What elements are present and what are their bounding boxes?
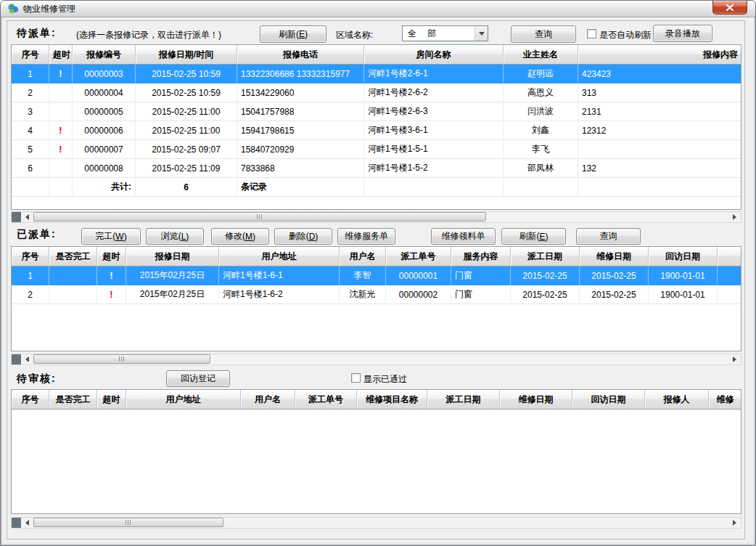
column-header: 派工单号 <box>386 247 451 266</box>
scrollbar-track[interactable] <box>33 212 728 222</box>
cell <box>49 285 97 304</box>
cell: 1900-01-01 <box>649 266 718 285</box>
cell <box>504 178 578 197</box>
cell: ! <box>97 266 126 285</box>
cell: 河畔1号楼2-6-1 <box>364 65 504 83</box>
cell: 2015-02-25 09:07 <box>136 140 237 159</box>
cell: 1 <box>12 266 49 285</box>
cell: 00000001 <box>386 266 451 285</box>
cell: 共计: <box>73 178 136 197</box>
table-row[interactable]: 3000000052015-02-25 11:0015041757988河畔1号… <box>12 102 741 121</box>
cell: 河畔1号楼1-5-1 <box>364 140 504 159</box>
cell: 00000004 <box>73 83 136 102</box>
scrollbar-thumb[interactable] <box>33 212 486 221</box>
column-header: 维修项目名称 <box>357 390 427 410</box>
app-window: 物业维修管理 待派单: (选择一条报修记录，双击进行派单！) 刷新(E) 区域名… <box>0 0 756 546</box>
scroll-right-button[interactable] <box>728 518 741 528</box>
cell: 3 <box>12 102 49 121</box>
cell: 2015年02月25日 <box>126 266 219 285</box>
cell: 313 <box>578 83 741 102</box>
region-select[interactable]: 全 部 <box>402 25 488 41</box>
scrollbar-track[interactable] <box>33 354 728 364</box>
column-header: 超时 <box>97 247 126 266</box>
review-h-scrollbar <box>11 517 741 529</box>
column-header: 房间名称 <box>364 45 504 65</box>
cell: 1 <box>12 65 49 83</box>
cell: 河畔1号楼1-5-2 <box>364 159 504 178</box>
finish-button[interactable]: 完工(W) <box>81 228 141 245</box>
cell <box>12 178 49 197</box>
column-header: 用户名 <box>241 390 295 410</box>
table-row[interactable]: 1!000000032015-02-25 10:5913322306686 13… <box>12 65 741 83</box>
cell: 6 <box>136 178 237 197</box>
scroll-left-button[interactable] <box>21 518 33 528</box>
table-row[interactable]: 6000000082015-02-25 11:097833868河畔1号楼1-5… <box>12 159 741 178</box>
column-header: 报修编号 <box>73 45 136 65</box>
chevron-down-icon[interactable] <box>474 26 488 41</box>
scroll-left-button[interactable] <box>21 354 33 364</box>
cell: 2015-02-25 10:59 <box>136 65 237 83</box>
query-button[interactable]: 查询 <box>511 25 576 43</box>
scrollbar-corner <box>12 518 21 528</box>
scroll-right-button[interactable] <box>728 354 741 364</box>
cell: ! <box>49 65 73 83</box>
scrollbar-thumb[interactable] <box>33 354 210 364</box>
close-button[interactable] <box>712 1 747 15</box>
refresh-button[interactable]: 刷新(E) <box>260 25 326 43</box>
auto-refresh-checkbox[interactable] <box>587 29 596 38</box>
cell: 2015-02-25 10:59 <box>136 83 237 102</box>
modify-button[interactable]: 修改(M) <box>211 228 269 245</box>
cell: ! <box>97 285 126 304</box>
dispatched-section-label: 已派单: <box>17 228 57 241</box>
visit-register-button[interactable]: 回访登记 <box>166 370 230 387</box>
cell <box>578 140 741 159</box>
column-header: 服务内容 <box>451 247 511 266</box>
column-header: 序号 <box>12 247 49 266</box>
table-row[interactable]: 4!000000062015-02-25 11:0015941798615河畔1… <box>12 121 741 140</box>
close-icon <box>726 4 734 11</box>
cell: 赵明远 <box>504 65 578 83</box>
region-label: 区域名称: <box>336 29 373 41</box>
column-header: 报修日期 <box>126 247 219 266</box>
column-header: 用户名 <box>340 247 386 266</box>
table-row[interactable]: 2000000042015-02-25 10:5915134229060河畔1号… <box>12 83 741 102</box>
cell: 闫洪波 <box>504 102 578 121</box>
column-header: 用户地址 <box>126 390 241 410</box>
scroll-left-button[interactable] <box>21 212 33 222</box>
query-button[interactable]: 查询 <box>576 228 641 245</box>
scrollbar-track[interactable] <box>33 518 728 528</box>
column-header: 业主姓名 <box>504 45 578 65</box>
titlebar[interactable]: 物业维修管理 <box>1 1 755 17</box>
cell: 00000003 <box>73 65 136 83</box>
delete-button[interactable]: 删除(D) <box>274 228 332 245</box>
show-passed-label: 显示已通过 <box>363 373 407 386</box>
refresh-button[interactable]: 刷新(E) <box>501 228 566 245</box>
cell: 2 <box>12 285 49 304</box>
scroll-right-button[interactable] <box>728 212 741 222</box>
cell: 15041757988 <box>237 102 364 121</box>
browse-button[interactable]: 浏览(L) <box>146 228 204 245</box>
cell: 河畔1号楼1-6-1 <box>219 266 340 285</box>
table-row[interactable]: 2!2015年02月25日河畔1号楼1-6-2沈新光00000002门窗2015… <box>12 285 741 304</box>
column-header: 序号 <box>12 45 49 65</box>
cell: 2015-02-25 <box>580 266 649 285</box>
table-row[interactable]: 5!000000072015-02-25 09:0715840720929河畔1… <box>12 140 741 159</box>
column-header: 回访日期 <box>572 390 645 410</box>
record-play-button[interactable]: 录音播放 <box>653 25 712 42</box>
column-header: 维修日期 <box>580 247 649 266</box>
cell: 6 <box>12 159 49 178</box>
column-header: 维修 <box>709 390 741 410</box>
scrollbar-thumb[interactable] <box>33 518 223 527</box>
repair-material-order-button[interactable]: 维修领料单 <box>431 228 496 245</box>
table-row[interactable]: 1!2015年02月25日河畔1号楼1-6-1李智00000001门窗2015-… <box>12 266 741 285</box>
cell: 2 <box>12 83 49 102</box>
show-passed-checkbox[interactable] <box>351 373 361 383</box>
review-section-label: 待审核: <box>17 372 57 386</box>
column-header: 报修人 <box>645 390 709 410</box>
cell <box>578 178 741 197</box>
repair-service-order-button[interactable]: 维修服务单 <box>337 228 395 245</box>
cell <box>49 178 73 197</box>
cell <box>49 83 73 102</box>
cell <box>49 159 73 178</box>
cell: 2015-02-25 <box>511 285 580 304</box>
